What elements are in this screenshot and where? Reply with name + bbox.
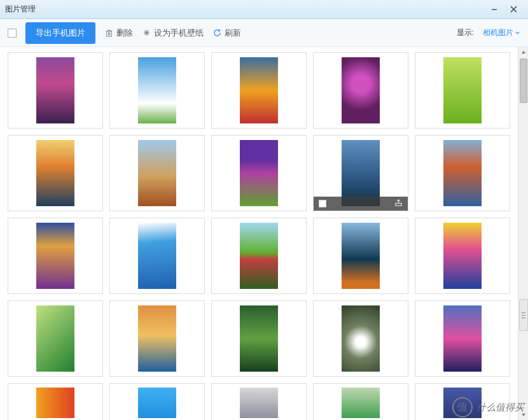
image-preview	[443, 57, 482, 123]
image-thumbnail[interactable]	[313, 300, 408, 377]
wallpaper-icon	[142, 29, 151, 38]
image-thumbnail[interactable]	[109, 135, 205, 211]
image-thumbnail[interactable]	[313, 135, 408, 211]
image-preview	[342, 305, 380, 372]
close-button[interactable]	[504, 0, 523, 19]
image-preview	[443, 140, 482, 206]
image-preview	[240, 57, 278, 123]
image-preview	[443, 305, 482, 372]
image-thumbnail[interactable]	[109, 218, 205, 294]
refresh-label: 刷新	[225, 27, 241, 39]
window-title: 图片管理	[5, 4, 485, 15]
image-preview	[240, 305, 278, 372]
set-wallpaper-button[interactable]: 设为手机壁纸	[142, 27, 204, 39]
image-preview	[240, 140, 278, 206]
image-thumbnail[interactable]	[8, 52, 103, 129]
image-thumbnail[interactable]	[109, 383, 205, 420]
display-filter-value: 相机图片	[483, 27, 513, 38]
image-thumbnail[interactable]	[8, 300, 103, 377]
image-thumbnail[interactable]	[415, 218, 510, 294]
image-thumbnail[interactable]	[109, 300, 205, 377]
image-thumbnail[interactable]	[211, 300, 307, 377]
display-filter-dropdown[interactable]: 相机图片	[483, 27, 520, 38]
image-thumbnail[interactable]	[415, 135, 510, 211]
image-preview	[443, 223, 482, 289]
refresh-button[interactable]: 刷新	[212, 27, 241, 39]
svg-rect-3	[106, 31, 111, 36]
image-grid	[4, 47, 517, 420]
trash-icon	[104, 29, 113, 38]
thumbnail-checkbox[interactable]	[319, 200, 326, 207]
image-preview	[138, 140, 176, 206]
image-preview	[138, 305, 176, 372]
toolbar: 导出手机图片 删除 设为手机壁纸 刷新 显示: 相机图片	[0, 19, 528, 47]
image-preview	[240, 223, 278, 289]
window-titlebar: 图片管理	[0, 0, 528, 19]
scroll-up-arrow[interactable]	[518, 47, 528, 57]
export-button[interactable]: 导出手机图片	[25, 22, 95, 44]
side-panel-handle[interactable]	[519, 299, 528, 331]
image-thumbnail[interactable]	[415, 52, 510, 129]
vertical-scrollbar[interactable]	[518, 47, 528, 420]
export-icon[interactable]	[394, 199, 403, 209]
image-preview	[240, 388, 278, 418]
svg-marker-14	[522, 51, 525, 53]
image-preview	[342, 388, 380, 418]
image-thumbnail[interactable]	[8, 383, 103, 420]
delete-button[interactable]: 删除	[104, 27, 133, 39]
chevron-down-icon	[515, 30, 520, 36]
image-thumbnail[interactable]	[211, 135, 307, 211]
image-thumbnail[interactable]	[313, 383, 408, 420]
image-preview	[342, 223, 380, 289]
image-preview	[36, 223, 74, 289]
thumbnail-overlay	[314, 197, 408, 211]
wallpaper-label: 设为手机壁纸	[154, 27, 204, 39]
image-thumbnail[interactable]	[211, 52, 307, 129]
close-icon	[510, 6, 517, 13]
refresh-icon	[212, 29, 221, 38]
minimize-button[interactable]	[485, 0, 504, 19]
select-all-checkbox[interactable]	[8, 29, 17, 38]
watermark-text: 什么值得买	[476, 402, 524, 414]
image-preview	[138, 388, 176, 418]
scrollbar-thumb[interactable]	[520, 59, 527, 103]
display-label: 显示:	[457, 27, 474, 38]
image-preview	[36, 305, 74, 372]
watermark-logo: 值	[452, 397, 473, 417]
image-thumbnail[interactable]	[211, 218, 307, 294]
watermark: 值 什么值得买	[452, 397, 524, 417]
image-thumbnail[interactable]	[109, 52, 205, 129]
image-preview	[36, 57, 74, 123]
svg-rect-12	[396, 203, 401, 206]
image-thumbnail[interactable]	[211, 383, 307, 420]
image-thumbnail[interactable]	[313, 52, 408, 129]
image-preview	[342, 57, 380, 123]
image-preview	[36, 388, 74, 418]
image-preview	[138, 57, 176, 123]
image-preview	[36, 140, 74, 206]
image-preview	[138, 223, 176, 289]
image-thumbnail[interactable]	[8, 218, 103, 294]
minimize-icon	[491, 6, 497, 13]
delete-label: 删除	[116, 27, 133, 39]
image-thumbnail[interactable]	[8, 135, 103, 211]
image-thumbnail[interactable]	[313, 218, 408, 294]
image-thumbnail[interactable]	[415, 300, 510, 377]
